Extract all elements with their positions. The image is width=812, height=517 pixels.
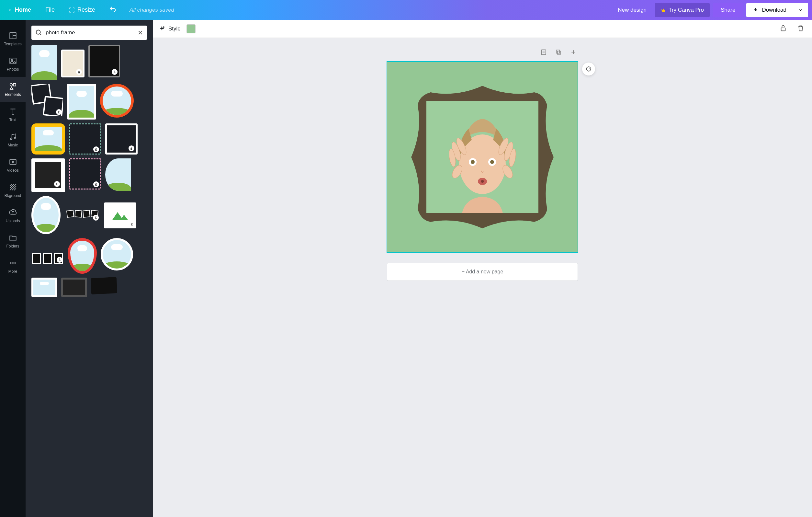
add-page-button[interactable] — [569, 48, 578, 58]
music-icon — [9, 133, 17, 141]
rail-videos[interactable]: Videos — [0, 153, 26, 178]
sparkle-icon — [158, 26, 165, 32]
frame-thumbnail[interactable] — [31, 196, 61, 234]
svg-point-38 — [490, 160, 494, 164]
resize-label: Resize — [77, 6, 95, 13]
undo-icon — [109, 6, 117, 12]
try-pro-label: Try Canva Pro — [669, 7, 704, 13]
frame-thumbnail[interactable]: £ — [105, 124, 138, 155]
rail-templates[interactable]: Templates — [0, 26, 26, 52]
svg-rect-3 — [10, 58, 16, 63]
clear-search-button[interactable]: ✕ — [138, 29, 143, 36]
rail-text[interactable]: Text — [0, 102, 26, 127]
frame-thumbnail[interactable] — [100, 84, 134, 117]
unlock-button[interactable] — [778, 23, 789, 35]
frame-thumbnail[interactable] — [31, 124, 65, 155]
rail-more-label: More — [8, 269, 17, 274]
frame-thumbnail[interactable]: £ — [69, 158, 102, 190]
fill-color-swatch[interactable] — [186, 24, 196, 33]
frame-thumbnail[interactable] — [91, 277, 118, 295]
rail-folders[interactable]: Folders — [0, 228, 26, 254]
rail-music[interactable]: Music — [0, 127, 26, 153]
add-new-page-button[interactable]: + Add a new page — [387, 263, 578, 281]
regenerate-button[interactable] — [582, 62, 595, 76]
frame-thumbnail[interactable] — [61, 278, 87, 297]
premium-badge: ♛ — [76, 69, 82, 75]
svg-point-36 — [471, 160, 475, 164]
top-toolbar: Home File Resize All changes saved New d… — [0, 0, 812, 20]
price-badge: £ — [57, 257, 62, 263]
search-input[interactable] — [46, 29, 134, 36]
home-button[interactable]: Home — [4, 4, 35, 16]
new-design-button[interactable]: New design — [613, 4, 652, 17]
svg-rect-15 — [781, 28, 785, 31]
price-badge: £ — [93, 146, 99, 152]
results-grid: ♛ £ £ £ £ £ £ £ — [31, 45, 147, 297]
rail-more[interactable]: More — [0, 254, 26, 279]
frame-thumbnail[interactable] — [105, 158, 131, 191]
search-icon — [35, 29, 42, 36]
chevron-left-icon — [8, 8, 12, 12]
frame-thumbnail[interactable] — [68, 238, 97, 274]
file-menu[interactable]: File — [41, 4, 59, 16]
ornate-frame-element[interactable] — [408, 83, 557, 232]
photo-placeholder[interactable] — [426, 101, 539, 213]
notes-button[interactable] — [539, 48, 548, 58]
undo-button[interactable] — [105, 3, 120, 17]
frame-thumbnail[interactable]: £ — [69, 124, 102, 155]
main-layout: Templates Photos Elements Text Music Vid… — [0, 20, 812, 517]
canvas-scroll[interactable]: + Add a new page — [153, 38, 812, 517]
rail-uploads-label: Uploads — [5, 219, 20, 223]
resize-button[interactable]: Resize — [65, 4, 99, 16]
rail-elements-label: Elements — [4, 92, 21, 97]
price-badge: £ — [54, 181, 60, 187]
download-group: Download — [746, 3, 808, 17]
side-rail: Templates Photos Elements Text Music Vid… — [0, 20, 26, 517]
svg-point-8 — [14, 137, 16, 139]
frame-thumbnail[interactable]: ♛ — [61, 50, 85, 77]
rail-folders-label: Folders — [6, 244, 19, 248]
frame-thumbnail[interactable] — [31, 278, 57, 297]
svg-rect-19 — [556, 50, 559, 53]
page-tools — [387, 48, 578, 58]
crown-icon — [661, 7, 666, 12]
frame-thumbnail[interactable]: £ — [31, 238, 64, 264]
context-toolbar: Style — [153, 20, 812, 38]
photos-icon — [9, 57, 17, 65]
delete-button[interactable] — [795, 23, 806, 35]
home-label: Home — [15, 6, 31, 13]
plus-icon — [570, 49, 577, 55]
download-dropdown[interactable] — [793, 3, 808, 17]
share-button[interactable]: Share — [713, 3, 743, 17]
videos-icon — [9, 158, 17, 166]
elements-panel: ✕ ♛ £ £ £ £ £ £ — [26, 20, 153, 517]
try-canva-pro-button[interactable]: Try Canva Pro — [655, 3, 710, 17]
rail-videos-label: Videos — [7, 168, 19, 173]
chevron-down-icon — [799, 8, 803, 12]
style-button[interactable]: Style — [158, 26, 181, 32]
rail-photos[interactable]: Photos — [0, 52, 26, 77]
frame-thumbnail[interactable] — [101, 238, 133, 271]
canvas-area: Style — [153, 20, 812, 517]
svg-point-40 — [481, 180, 484, 183]
frame-thumbnail[interactable] — [67, 84, 96, 119]
topbar-right-group: New design Try Canva Pro Share Download — [613, 3, 808, 17]
rail-elements[interactable]: Elements — [0, 77, 26, 102]
rail-uploads[interactable]: Uploads — [0, 203, 26, 228]
rail-templates-label: Templates — [4, 42, 22, 46]
frame-thumbnail[interactable]: £ — [88, 45, 120, 77]
frame-thumbnail[interactable]: £ — [31, 158, 65, 192]
artboard[interactable] — [386, 61, 578, 253]
frame-thumbnail[interactable] — [31, 45, 57, 80]
price-badge: £ — [93, 215, 99, 221]
download-button[interactable]: Download — [746, 3, 793, 17]
rail-background[interactable]: Bkground — [0, 178, 26, 203]
price-badge: £ — [93, 182, 99, 187]
frame-thumbnail[interactable]: £ — [31, 84, 63, 116]
price-badge: £ — [56, 109, 62, 115]
text-icon — [9, 107, 17, 116]
duplicate-page-button[interactable] — [554, 48, 563, 58]
background-icon — [9, 183, 17, 191]
frame-thumbnail[interactable]: £ — [64, 206, 100, 222]
frame-thumbnail[interactable]: £ — [104, 202, 136, 228]
